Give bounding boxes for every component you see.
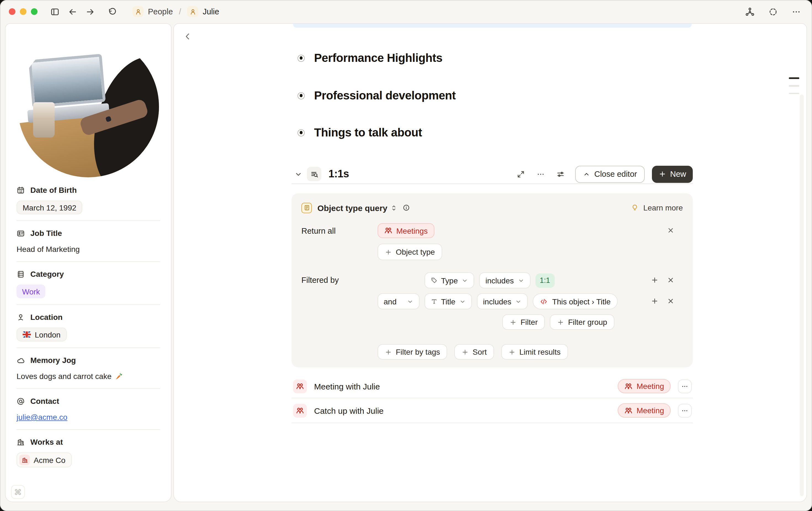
filter-field-dropdown[interactable]: Title (425, 293, 472, 310)
toggle-heading-icon[interactable] (297, 54, 305, 61)
history-icon[interactable] (105, 4, 119, 19)
block-header-actions: Close editor New (506, 165, 693, 183)
workflow-icon[interactable] (743, 4, 757, 19)
result-row[interactable]: Catch up with Julie Meeting (291, 398, 693, 423)
sliders-icon[interactable] (556, 167, 566, 181)
doc-heading[interactable]: Things to talk about (297, 126, 422, 139)
dashed-circle-icon[interactable] (765, 4, 780, 19)
sort-button[interactable]: Sort (454, 344, 494, 360)
add-condition-icon[interactable] (651, 297, 659, 305)
remove-icon[interactable] (667, 226, 674, 234)
add-condition-icon[interactable] (651, 276, 659, 284)
field-works-at: Works at Acme Co (17, 429, 160, 474)
back-arrow-icon[interactable] (65, 4, 80, 19)
field-location: Location London (17, 304, 160, 348)
meeting-tag[interactable]: Meeting (618, 403, 671, 418)
person-icon (187, 6, 198, 17)
list-search-icon[interactable] (307, 167, 321, 181)
filter-operator-dropdown[interactable]: includes (480, 272, 530, 288)
meeting-tag[interactable]: Meeting (618, 379, 671, 393)
person-icon (133, 6, 144, 17)
profile-photo (18, 36, 159, 177)
doc-heading[interactable]: Performance Highlights (297, 51, 442, 65)
block-title[interactable]: 1:1s (328, 168, 349, 180)
email-link[interactable]: julie@acme.co (17, 411, 67, 423)
filter-field-dropdown[interactable]: Type (425, 272, 474, 288)
filter-row: Type includes 1:1 (378, 272, 683, 288)
return-all-label: Return all (301, 223, 378, 260)
filter-operator-dropdown[interactable]: includes (477, 293, 528, 310)
window: People / Julie (0, 0, 812, 511)
row-more-icon[interactable] (678, 379, 692, 393)
add-filter-group-button[interactable]: Filter group (550, 314, 614, 330)
result-row[interactable]: Meeting with Julie Meeting (291, 374, 693, 398)
filter-actions: Filter Filter group (502, 314, 683, 330)
works-at-value-pill[interactable]: Acme Co (17, 453, 71, 467)
job-title-value[interactable]: Head of Marketing (17, 244, 160, 255)
zoom-window-button[interactable] (31, 8, 37, 15)
close-window-button[interactable] (9, 8, 16, 15)
toggle-heading-icon[interactable] (297, 92, 305, 99)
field-category: Category Work (17, 261, 160, 304)
limit-results-button[interactable]: Limit results (501, 344, 568, 360)
command-key-button[interactable]: ⌘ (11, 485, 25, 499)
result-title[interactable]: Meeting with Julie (314, 381, 380, 391)
location-value-pill[interactable]: London (17, 328, 66, 342)
select-updown-icon[interactable] (390, 204, 397, 211)
selection-highlight-bar (293, 24, 692, 28)
object-type-chip[interactable]: Meetings (378, 223, 434, 238)
breadcrumb-people-label: People (148, 7, 173, 16)
collapse-panel-icon[interactable] (183, 32, 192, 41)
field-label: Location (30, 313, 63, 322)
result-title[interactable]: Catch up with Julie (314, 406, 384, 415)
doc-heading[interactable]: Professional development (297, 89, 456, 102)
new-button[interactable]: New (652, 165, 693, 183)
tag-icon (431, 277, 438, 284)
code-icon (540, 297, 548, 305)
minimize-window-button[interactable] (20, 8, 27, 15)
close-editor-button[interactable]: Close editor (575, 165, 645, 183)
field-label: Works at (30, 437, 63, 446)
filter-by-tags-button[interactable]: Filter by tags (378, 344, 447, 360)
breadcrumb-current[interactable]: Julie (187, 6, 219, 17)
remove-condition-icon[interactable] (667, 297, 674, 305)
sidebar-toggle-icon[interactable] (48, 4, 62, 19)
chevron-down-icon[interactable] (293, 170, 303, 178)
record-main-panel: Performance Highlights Professional deve… (173, 23, 807, 502)
more-icon[interactable] (789, 4, 803, 19)
toggle-heading-icon[interactable] (297, 129, 305, 136)
record-sidebar: 12 Date of Birth March 12, 1992 Job Titl… (5, 23, 172, 502)
company-building-icon (19, 455, 30, 465)
category-value-pill[interactable]: Work (17, 285, 46, 298)
object-type-query-icon (301, 203, 312, 213)
info-icon[interactable] (402, 204, 410, 212)
remove-condition-icon[interactable] (667, 276, 674, 284)
add-object-type-button[interactable]: Object type (378, 244, 442, 260)
filter-value-chip[interactable]: 1:1 (535, 273, 554, 288)
scrollbar[interactable] (800, 95, 804, 496)
filter-value-reference-chip[interactable]: This object › Title (533, 293, 618, 310)
forward-arrow-icon[interactable] (83, 4, 97, 19)
divider (291, 423, 693, 423)
conjunction-dropdown[interactable]: and (378, 293, 419, 310)
query-type-label[interactable]: Object type query (317, 203, 387, 212)
breadcrumb-separator: / (179, 7, 181, 16)
svg-text:12: 12 (19, 190, 22, 193)
row-more-icon[interactable] (678, 404, 692, 418)
field-label: Contact (30, 397, 59, 405)
expand-icon[interactable] (516, 167, 526, 181)
filtered-by-section: Filtered by Type (301, 272, 683, 330)
lightbulb-icon (631, 204, 639, 212)
more-icon[interactable] (536, 167, 546, 181)
breadcrumb-people[interactable]: People (133, 6, 173, 17)
query-extra-actions: Filter by tags Sort Limit results (378, 344, 683, 360)
building-icon (17, 438, 25, 446)
add-filter-button[interactable]: Filter (502, 314, 545, 330)
id-badge-icon (17, 229, 25, 237)
memory-jog-value[interactable]: Loves dogs and carrot cake (17, 371, 160, 382)
divider (291, 183, 693, 184)
meeting-icon (293, 379, 307, 393)
document-outline-indicator[interactable] (789, 77, 799, 94)
learn-more-link[interactable]: Learn more (631, 203, 683, 212)
dob-value-pill[interactable]: March 12, 1992 (17, 200, 83, 214)
